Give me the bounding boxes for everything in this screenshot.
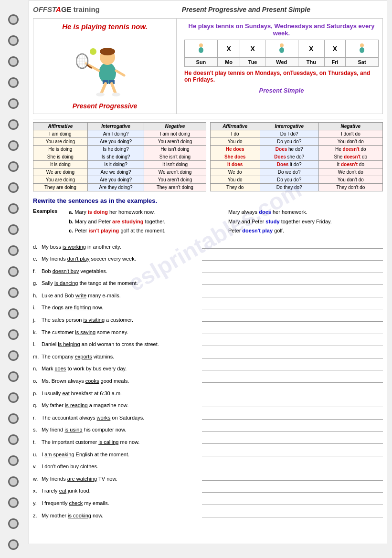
exercise-sentence: The accountant always works on Saturdays… xyxy=(42,414,199,422)
exercise-sentence: My mother is cooking now. xyxy=(42,512,199,520)
exercise-sentence: My friends are watching TV now. xyxy=(42,475,199,484)
exercise-sentence: My friends don't play soccer every week. xyxy=(42,255,199,263)
answer-line xyxy=(202,424,383,432)
spiral-ring xyxy=(8,539,19,550)
table-cell: He isn't doing xyxy=(144,146,206,153)
table-cell: Are you doing? xyxy=(87,176,144,184)
exercise-label: q. xyxy=(33,401,42,410)
list-item: v.I don't often buy clothes. xyxy=(33,461,383,471)
table-cell: It does xyxy=(210,161,260,168)
table-cell: We do xyxy=(210,168,260,176)
list-item: w.My friends are watching TV now. xyxy=(33,473,383,484)
exercise-label: r. xyxy=(33,414,42,422)
svg-point-20 xyxy=(199,43,203,47)
table-cell: I do xyxy=(210,130,260,138)
answer-line xyxy=(202,302,383,309)
exercise-label: j. xyxy=(33,316,42,325)
spiral-ring xyxy=(8,266,19,277)
page-title: Present Progressive and Present Simple xyxy=(109,6,383,13)
answer-line xyxy=(202,326,383,334)
list-item: n.Mark goes to work by bus every day. xyxy=(33,363,383,373)
spiral-ring xyxy=(8,308,19,319)
answer-line xyxy=(202,388,383,395)
table-row: You doDo you do?You don't do xyxy=(210,176,383,184)
exercise-sentence: Ms. Brown always cooks good meals. xyxy=(42,377,199,386)
table-cell: Do we do? xyxy=(260,168,318,176)
table-cell: You aren't doing xyxy=(144,176,206,184)
answer-line xyxy=(202,497,383,505)
spiral-ring xyxy=(8,35,19,46)
table-cell: Does he do? xyxy=(260,146,318,153)
sat-icon-cell xyxy=(346,40,379,58)
answer-line xyxy=(202,412,383,420)
answer-line xyxy=(202,485,383,493)
ps-interrogative-header: Interrogative xyxy=(260,123,318,130)
example-line-right: Mary always does her homework. xyxy=(228,208,383,216)
list-item: s.My friend is using his computer now. xyxy=(33,424,383,434)
spiral-ring xyxy=(8,413,19,424)
table-row: They are doingAre they doing?They aren't… xyxy=(33,184,206,191)
list-item: x.I rarely eat junk food. xyxy=(33,485,383,495)
ps-negative-header: Negative xyxy=(318,123,382,130)
list-item: d.My boss is working in another city. xyxy=(33,241,383,252)
table-cell: We don't do xyxy=(318,168,382,176)
list-item: p.I usually eat breakfast at 6:30 a.m. xyxy=(33,388,383,398)
spiral-ring xyxy=(8,497,19,508)
svg-point-22 xyxy=(280,43,284,47)
table-cell: Do they do? xyxy=(260,184,318,191)
table-row: He is doingIs he doing?He isn't doing xyxy=(33,146,206,153)
list-item: m.The company exports vitamins. xyxy=(33,351,383,361)
answer-line xyxy=(202,351,383,358)
svg-point-12 xyxy=(90,48,96,55)
exercise-sentence: I usually eat breakfast at 6:30 a.m. xyxy=(42,390,199,398)
exercise-label: n. xyxy=(33,365,42,373)
spiral-ring xyxy=(8,518,19,529)
table-row: She is doingIs she doing?She isn't doing xyxy=(33,153,206,161)
table-cell: You don't do xyxy=(318,138,382,146)
day-wed: Wed xyxy=(265,58,298,67)
list-item: g.Sally is dancing the tango at the mome… xyxy=(33,277,383,288)
left-panel-title: He is playing tennis now. xyxy=(62,22,148,31)
table-cell: Does it do? xyxy=(260,161,318,168)
list-item: f.Bob doesn't buy vegetables. xyxy=(33,265,383,276)
table-cell: He doesn't do xyxy=(318,146,382,153)
spiral-ring xyxy=(8,329,19,340)
table-cell: Do I do? xyxy=(260,130,318,138)
list-item: r.The accountant always works on Saturda… xyxy=(33,412,383,422)
list-item: i.The dogs are fighting now. xyxy=(33,302,383,312)
exercise-label: d. xyxy=(33,243,42,252)
list-item: j.The sales person is visiting a custome… xyxy=(33,314,383,325)
table-row: It is doingIs it doing?It isn't doing xyxy=(33,161,206,168)
exercise-sentence: The important customer is calling me now… xyxy=(42,438,199,447)
exercise-sentence: I rarely eat junk food. xyxy=(42,487,199,495)
answer-line xyxy=(202,290,383,297)
table-cell: We aren't doing xyxy=(144,168,206,176)
table-cell: He does xyxy=(210,146,260,153)
table-cell: It isn't doing xyxy=(144,161,206,168)
table-cell: They don't do xyxy=(318,184,382,191)
player-figure xyxy=(76,37,134,95)
exercise-sentence: Bob doesn't buy vegetables. xyxy=(42,267,199,276)
examples-left: a. Mary is doing her homework now.b. Mar… xyxy=(69,208,223,236)
spiral-ring xyxy=(8,392,19,403)
exercise-sentence: My friend is using his computer now. xyxy=(42,426,199,434)
left-panel: He is playing tennis now. xyxy=(33,19,177,114)
list-item: y.I frequently check my emails. xyxy=(33,497,383,508)
exercise-sentence: My boss is working in another city. xyxy=(42,243,199,252)
table-cell: She is doing xyxy=(33,153,88,161)
table-cell: They do xyxy=(210,184,260,191)
list-item: e.My friends don't play soccer every wee… xyxy=(33,253,383,263)
exercise-sentence: The sales person is visiting a customer. xyxy=(42,316,199,325)
tue-x: X xyxy=(240,40,265,58)
svg-point-18 xyxy=(96,93,105,96)
exercise-label: w. xyxy=(33,475,42,484)
spiral-ring xyxy=(8,98,19,109)
table-cell: Are you doing? xyxy=(87,138,144,146)
calendar-days-row: Sun Mo Tue Wed Thu Fri Sat xyxy=(185,58,379,67)
table-row: She doesDoes she do?She doesn't do xyxy=(210,153,383,161)
sun-icon-cell xyxy=(185,40,218,58)
grammar-tables: Affirmative Interrogative Negative I am … xyxy=(33,119,383,191)
svg-line-13 xyxy=(116,71,124,75)
exercise-label: s. xyxy=(33,426,42,434)
calendar-icons-row: X X X X xyxy=(185,40,379,58)
